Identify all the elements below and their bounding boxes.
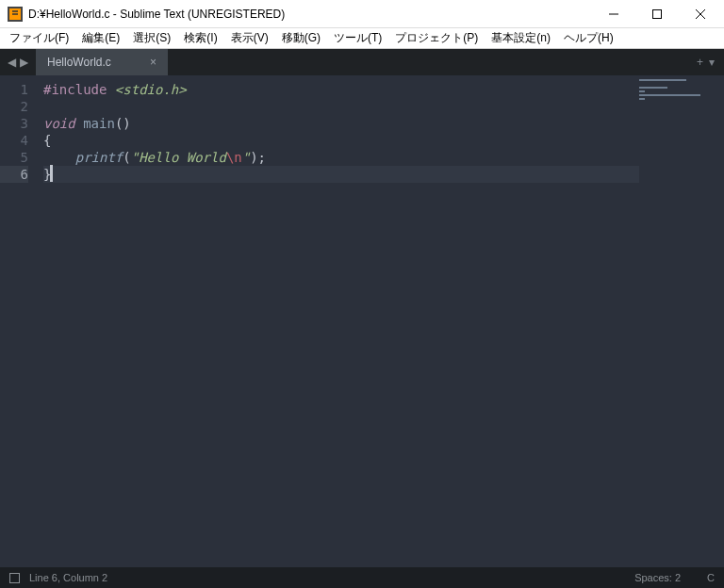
tab-close-icon[interactable]: × <box>131 56 156 69</box>
line-number: 5 <box>0 149 28 166</box>
code-area[interactable]: #include <stdio.h> void main() { printf(… <box>36 75 639 567</box>
minimize-button[interactable] <box>592 0 635 28</box>
menu-view[interactable]: 表示(V) <box>227 30 272 46</box>
cursor <box>51 166 52 181</box>
menu-select[interactable]: 選択(S) <box>129 30 174 46</box>
titlebar: D:¥HelloWorld.c - Sublime Text (UNREGIST… <box>0 0 724 28</box>
line-number: 6 <box>0 166 28 183</box>
menu-edit[interactable]: 編集(E) <box>78 30 123 46</box>
line-number: 3 <box>0 115 28 132</box>
line-number: 2 <box>0 98 28 115</box>
code-line: void main() <box>43 115 639 132</box>
menu-file[interactable]: ファイル(F) <box>6 30 73 46</box>
tab-label: HelloWorld.c <box>47 56 111 69</box>
statusbar: Line 6, Column 2 Spaces: 2 C <box>0 567 724 588</box>
code-line <box>43 98 639 115</box>
line-number: 4 <box>0 132 28 149</box>
menu-help[interactable]: ヘルプ(H) <box>560 30 617 46</box>
tab-helloworld[interactable]: HelloWorld.c × <box>36 49 168 75</box>
code-line: { <box>43 132 639 149</box>
new-tab-icon[interactable]: + <box>697 56 703 69</box>
maximize-button[interactable] <box>635 0 679 28</box>
close-button[interactable] <box>679 0 722 28</box>
menu-project[interactable]: プロジェクト(P) <box>391 30 482 46</box>
status-syntax[interactable]: C <box>707 572 715 583</box>
menubar: ファイル(F) 編集(E) 選択(S) 検索(I) 表示(V) 移動(G) ツー… <box>0 28 724 49</box>
menu-prefs[interactable]: 基本設定(n) <box>487 30 554 46</box>
menu-tools[interactable]: ツール(T) <box>330 30 386 46</box>
minimap[interactable] <box>639 75 724 567</box>
svg-rect-3 <box>653 9 662 18</box>
window-title: D:¥HelloWorld.c - Sublime Text (UNREGIST… <box>28 8 592 21</box>
line-number: 1 <box>0 81 28 98</box>
app-icon <box>8 7 23 22</box>
tab-prev-icon[interactable]: ◀ <box>8 56 16 69</box>
code-line: #include <stdio.h> <box>43 81 639 98</box>
code-line: } <box>43 166 639 183</box>
tabbar: ◀ ▶ HelloWorld.c × + ▾ <box>0 49 724 75</box>
tab-next-icon[interactable]: ▶ <box>20 56 28 69</box>
tab-actions: + ▾ <box>687 49 724 75</box>
gutter: 1 2 3 4 5 6 <box>0 75 36 567</box>
tab-list-icon[interactable]: ▾ <box>709 56 715 69</box>
tab-nav: ◀ ▶ <box>0 49 36 75</box>
status-indent[interactable]: Spaces: 2 <box>634 572 681 583</box>
panel-switcher-icon[interactable] <box>9 573 20 583</box>
menu-search[interactable]: 検索(I) <box>180 30 221 46</box>
code-line: printf("Hello World\n"); <box>43 149 639 166</box>
menu-goto[interactable]: 移動(G) <box>278 30 324 46</box>
status-position[interactable]: Line 6, Column 2 <box>29 572 107 583</box>
editor[interactable]: 1 2 3 4 5 6 #include <stdio.h> void main… <box>0 75 724 567</box>
window-controls <box>592 0 722 28</box>
